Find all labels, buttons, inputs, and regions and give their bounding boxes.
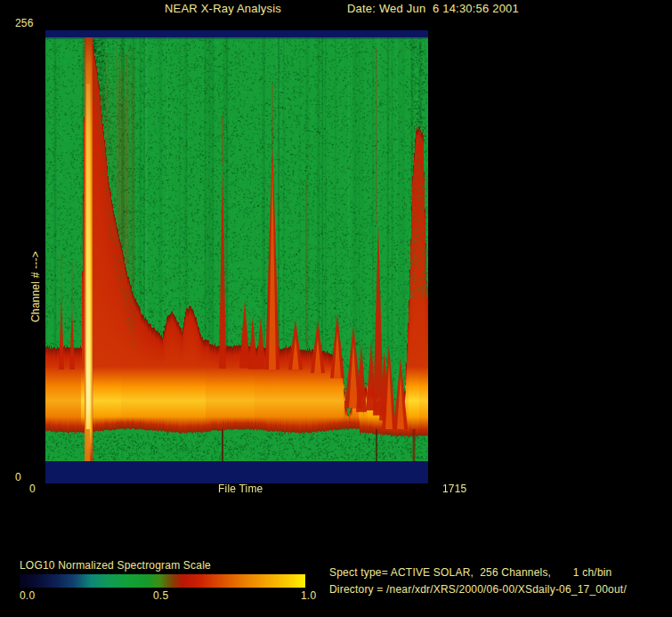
y-axis-label: Channel # ---> <box>29 176 43 322</box>
directory-line: Directory = /near/xdr/XRS/2000/06-00/XSd… <box>329 584 627 596</box>
x-axis-max-tick: 1715 <box>442 483 467 495</box>
y-axis-min-tick: 0 <box>15 472 21 483</box>
colorbar-gradient <box>20 574 305 588</box>
spect-type-line: Spect type= ACTIVE SOLAR, 256 Channels, … <box>329 567 612 579</box>
colorbar-title: LOG10 Normalized Spectrogram Scale <box>20 560 211 572</box>
colorbar-tick-mid: 0.5 <box>153 590 168 602</box>
colorbar-tick-max: 1.0 <box>301 590 316 602</box>
near-xray-analysis-screen: { "window": { "background": "#000000", "… <box>0 0 672 617</box>
page-title: NEAR X-Ray Analysis <box>165 3 281 14</box>
x-axis-label: File Time <box>218 483 263 495</box>
y-axis-max-tick: 256 <box>15 18 34 29</box>
spectrogram-heatmap <box>45 30 428 483</box>
colorbar-tick-min: 0.0 <box>20 590 35 602</box>
x-axis-min-tick: 0 <box>29 483 36 495</box>
date-label: Date: Wed Jun 6 14:30:56 2001 <box>347 3 519 14</box>
